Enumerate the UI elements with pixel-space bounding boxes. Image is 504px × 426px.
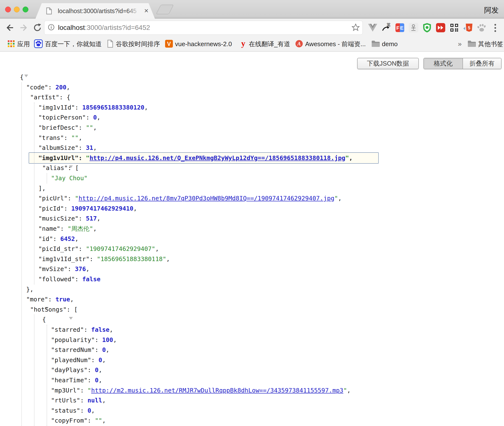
json-row: "img1v1Id": 18569651883380120, bbox=[0, 102, 504, 113]
json-row: "popularity": 100, bbox=[0, 335, 504, 345]
json-key: "dayPlays" bbox=[51, 366, 88, 374]
json-punctuation: , bbox=[102, 417, 106, 424]
json-row: "rtUrls": null, bbox=[0, 395, 504, 406]
json-number: null bbox=[88, 397, 102, 404]
json-punctuation: , bbox=[338, 195, 342, 202]
json-number: false bbox=[82, 276, 101, 283]
json-punctuation: : bbox=[88, 417, 95, 424]
json-punctuation: { bbox=[67, 94, 70, 101]
json-string: "Jay Chou" bbox=[51, 175, 88, 182]
json-punctuation: : bbox=[88, 377, 95, 384]
json-row: "mvSize": 376, bbox=[0, 264, 504, 274]
json-string: "周杰伦" bbox=[67, 225, 93, 232]
json-key: "hearTime" bbox=[51, 377, 88, 384]
json-punctuation: : bbox=[48, 296, 55, 303]
json-row: "picUrl": "http://p4.music.126.net/8mv7q… bbox=[0, 193, 504, 204]
json-row-highlighted: "img1v1Url": "http://p4.music.126.net/Q_… bbox=[0, 153, 504, 163]
json-punctuation: [ bbox=[74, 306, 78, 313]
json-row: "name": "周杰伦", bbox=[0, 224, 504, 234]
json-row: "musicSize": 517, bbox=[0, 213, 504, 224]
json-punctuation: : bbox=[79, 124, 86, 131]
json-string: " bbox=[334, 195, 338, 202]
json-punctuation: , bbox=[347, 387, 351, 394]
json-string: "" bbox=[95, 417, 102, 424]
json-row: "picId_str": "19097417462929407", bbox=[0, 244, 504, 254]
json-number: 0 bbox=[102, 346, 106, 353]
json-key: "picId_str" bbox=[38, 245, 79, 252]
json-number: 0 bbox=[88, 407, 91, 414]
json-string: " bbox=[345, 154, 349, 162]
json-number: 0 bbox=[99, 357, 102, 364]
json-key: "starredNum" bbox=[51, 346, 95, 353]
json-number: true bbox=[55, 296, 70, 303]
indent-guide bbox=[47, 173, 47, 183]
json-link[interactable]: http://p4.music.126.net/8mv7qP30Pd3oHW8b… bbox=[79, 195, 335, 202]
json-punctuation: : bbox=[91, 357, 99, 364]
json-punctuation: : bbox=[80, 407, 87, 414]
json-key: "picUrl" bbox=[38, 195, 67, 202]
json-punctuation: , bbox=[93, 225, 97, 232]
json-punctuation: { bbox=[42, 316, 46, 323]
json-key: "starred" bbox=[51, 326, 84, 333]
json-key: "more" bbox=[26, 296, 48, 303]
json-punctuation: : bbox=[64, 134, 71, 141]
json-link[interactable]: http://m2.music.126.net/RMJR7wDullRqppBk… bbox=[91, 387, 344, 394]
json-row: "more": true, bbox=[0, 294, 504, 305]
json-punctuation: , bbox=[99, 377, 102, 384]
json-punctuation: , bbox=[67, 84, 70, 91]
json-row: }, bbox=[0, 284, 504, 295]
json-punctuation: : bbox=[53, 235, 60, 242]
json-number: 517 bbox=[86, 215, 97, 222]
json-row: "dayPlays": 0, bbox=[0, 365, 504, 375]
json-key: "status" bbox=[51, 407, 80, 414]
json-number: 19097417462929410 bbox=[71, 205, 133, 212]
json-row: "hotSongs": [ bbox=[0, 305, 504, 315]
json-punctuation: , bbox=[93, 124, 97, 131]
json-row: "starred": false, bbox=[0, 325, 504, 335]
json-punctuation: : bbox=[95, 336, 102, 343]
json-punctuation: , bbox=[106, 346, 109, 353]
json-row: "albumSize": 31, bbox=[0, 143, 504, 153]
json-row: "picId": 19097417462929410, bbox=[0, 204, 504, 214]
json-string: "18569651883380118" bbox=[97, 256, 166, 263]
json-row: ], bbox=[0, 183, 504, 194]
json-punctuation: : bbox=[80, 397, 87, 404]
json-row: "id": 6452, bbox=[0, 234, 504, 244]
json-punctuation: { bbox=[20, 74, 24, 81]
browser-window: localhost:3000/artists?id=645 × 阿发 local… bbox=[0, 0, 504, 426]
json-number: 0 bbox=[93, 114, 97, 121]
json-punctuation: : bbox=[79, 144, 86, 151]
json-string: " bbox=[343, 387, 347, 394]
json-punctuation: : bbox=[64, 205, 71, 212]
json-punctuation: : bbox=[80, 387, 87, 394]
json-punctuation: , bbox=[133, 205, 137, 212]
indent-guide bbox=[21, 82, 22, 426]
json-punctuation: , bbox=[91, 407, 95, 414]
json-punctuation: , bbox=[109, 326, 113, 333]
json-number: 200 bbox=[55, 84, 66, 91]
json-punctuation: }, bbox=[26, 286, 34, 293]
json-punctuation: : bbox=[86, 114, 93, 121]
json-punctuation: , bbox=[102, 397, 106, 404]
json-punctuation: : bbox=[95, 346, 102, 353]
json-punctuation: : bbox=[67, 195, 75, 202]
json-number: false bbox=[91, 326, 109, 333]
json-key: "mvSize" bbox=[38, 265, 67, 273]
json-punctuation: : bbox=[79, 215, 86, 222]
json-tree: {"code": 200,"artist": {"img1v1Id": 1856… bbox=[0, 0, 504, 426]
json-number: 376 bbox=[75, 265, 86, 273]
json-punctuation: , bbox=[99, 366, 102, 374]
json-punctuation: , bbox=[70, 296, 74, 303]
json-string: "" bbox=[86, 124, 93, 131]
json-key: "code" bbox=[26, 84, 48, 91]
json-key: "hotSongs" bbox=[30, 306, 67, 313]
json-number: 0 bbox=[95, 366, 99, 374]
indent-guide bbox=[34, 315, 34, 426]
json-link[interactable]: http://p4.music.126.net/Q_ExePNkmgB2yWyL… bbox=[90, 154, 345, 162]
json-row: "status": 0, bbox=[0, 406, 504, 416]
json-row: "Jay Chou" bbox=[0, 173, 504, 183]
json-punctuation: : bbox=[75, 104, 82, 111]
json-row: "img1v1Id_str": "18569651883380118", bbox=[0, 254, 504, 264]
json-key: "img1v1Id_str" bbox=[38, 256, 90, 263]
json-punctuation: : bbox=[67, 306, 74, 313]
